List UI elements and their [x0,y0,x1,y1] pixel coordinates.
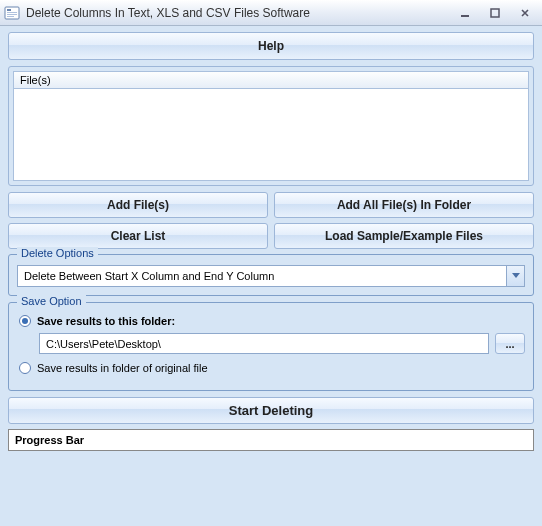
delete-options-combo[interactable]: Delete Between Start X Column and End Y … [17,265,525,287]
save-folder-path-value: C:\Users\Pete\Desktop\ [46,338,161,350]
help-button[interactable]: Help [8,32,534,60]
load-sample-button[interactable]: Load Sample/Example Files [274,223,534,249]
radio-icon [19,362,31,374]
files-column-header[interactable]: File(s) [13,71,529,89]
add-files-label: Add File(s) [107,198,169,212]
delete-options-group: Delete Options Delete Between Start X Co… [8,254,534,296]
maximize-button[interactable] [482,5,508,21]
browse-folder-button[interactable]: ... [495,333,525,354]
chevron-down-icon[interactable] [506,266,524,286]
svg-rect-5 [461,15,469,17]
start-deleting-button[interactable]: Start Deleting [8,397,534,424]
help-button-label: Help [258,39,284,53]
load-sample-label: Load Sample/Example Files [325,229,483,243]
files-listbox[interactable] [13,89,529,181]
svg-rect-1 [7,9,11,11]
files-panel: File(s) [8,66,534,186]
add-all-in-folder-label: Add All File(s) In Folder [337,198,471,212]
save-in-original-radio-row[interactable]: Save results in folder of original file [19,362,525,374]
radio-icon [19,315,31,327]
delete-options-legend: Delete Options [17,247,98,259]
save-in-original-label: Save results in folder of original file [37,362,208,374]
save-to-folder-radio-row[interactable]: Save results to this folder: [19,315,525,327]
save-to-folder-label: Save results to this folder: [37,315,175,327]
titlebar: Delete Columns In Text, XLS and CSV File… [0,0,542,26]
delete-options-selected: Delete Between Start X Column and End Y … [18,266,506,286]
add-all-in-folder-button[interactable]: Add All File(s) In Folder [274,192,534,218]
save-option-legend: Save Option [17,295,86,307]
save-folder-path-input[interactable]: C:\Users\Pete\Desktop\ [39,333,489,354]
svg-rect-6 [491,9,499,17]
window-title: Delete Columns In Text, XLS and CSV File… [26,6,452,20]
svg-rect-3 [7,14,17,15]
svg-rect-4 [7,16,14,17]
start-deleting-label: Start Deleting [229,403,314,418]
clear-list-button[interactable]: Clear List [8,223,268,249]
svg-rect-2 [7,12,17,13]
close-button[interactable] [512,5,538,21]
browse-folder-label: ... [505,338,514,350]
app-icon [4,5,20,21]
minimize-button[interactable] [452,5,478,21]
progress-bar: Progress Bar [8,429,534,451]
progress-bar-label: Progress Bar [15,434,84,446]
files-header-label: File(s) [20,74,51,86]
clear-list-label: Clear List [111,229,166,243]
add-files-button[interactable]: Add File(s) [8,192,268,218]
save-option-group: Save Option Save results to this folder:… [8,302,534,391]
